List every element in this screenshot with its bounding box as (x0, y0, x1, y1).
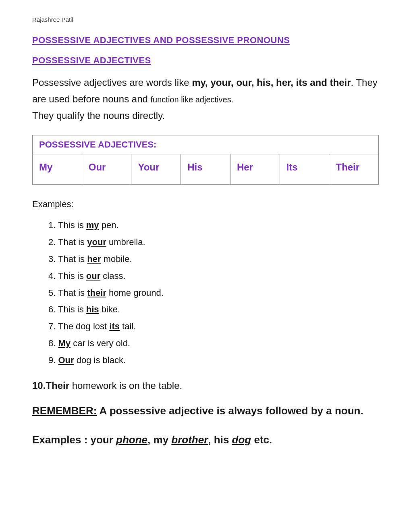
intro-part1: Possessive adjectives are words like (32, 77, 192, 88)
list-item: That is your umbrella. (48, 234, 379, 251)
table-cell: Its (280, 154, 330, 184)
remember-block: REMEMBER: A possessive adjective is alwa… (32, 403, 379, 419)
bottom-examples: Examples : your phone, my brother, his d… (32, 432, 379, 448)
list-item: This is my pen. (48, 217, 379, 234)
table-cell: Her (230, 154, 280, 184)
list-item: The dog lost its tail. (48, 318, 379, 335)
list-item: This is his bike. (48, 301, 379, 318)
list-item: This is our class. (48, 268, 379, 285)
main-title: POSSESSIVE ADJECTIVES AND POSSESSIVE PRO… (32, 35, 379, 46)
intro-paragraph: Possessive adjectives are words like my,… (32, 75, 379, 124)
list-item: That is their home ground. (48, 285, 379, 301)
intro-small: function like adjectives. (151, 95, 234, 104)
table-cell: Your (131, 154, 181, 184)
table-cell: My (33, 154, 82, 184)
author: Rajashree Patil (32, 16, 379, 23)
list-item: That is her mobile. (48, 251, 379, 268)
table-cell: Their (329, 154, 378, 184)
list-item: Our dog is black. (48, 352, 379, 369)
example-10: 10.Their homework is on the table. (32, 380, 379, 391)
intro-bold: my, your, our, his, her, its and their (192, 77, 351, 88)
possessive-adjectives-table: POSSESSIVE ADJECTIVES: MyOurYourHisHerIt… (32, 135, 379, 185)
table-cell: His (181, 154, 230, 184)
table-cell: Our (82, 154, 132, 184)
examples-list: This is my pen.That is your umbrella.Tha… (48, 217, 379, 368)
examples-label: Examples: (32, 199, 379, 210)
table-row: MyOurYourHisHerItsTheir (33, 154, 378, 184)
table-header: POSSESSIVE ADJECTIVES: (33, 135, 378, 154)
section-title: POSSESSIVE ADJECTIVES (32, 55, 379, 66)
list-item: My car is very old. (48, 335, 379, 352)
intro-part3: They qualify the nouns directly. (32, 110, 165, 121)
